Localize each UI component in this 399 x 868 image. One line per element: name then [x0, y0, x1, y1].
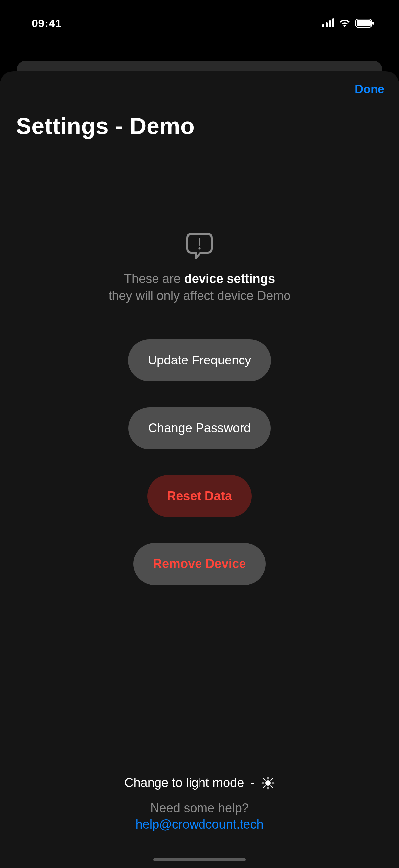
cellular-icon: [322, 19, 334, 28]
wifi-icon: [339, 19, 351, 28]
info-strong: device settings: [184, 272, 275, 286]
reset-data-button[interactable]: Reset Data: [147, 475, 252, 517]
info-prefix: These are: [124, 272, 184, 286]
theme-separator: -: [251, 776, 255, 790]
sheet-header: Done: [0, 71, 399, 96]
done-button[interactable]: Done: [355, 83, 385, 96]
sun-icon: [261, 776, 275, 789]
help-email-link[interactable]: help@crowdcount.tech: [135, 817, 263, 832]
theme-toggle-label: Change to light mode: [124, 776, 244, 790]
status-bar: 09:41: [0, 0, 399, 46]
svg-point-5: [265, 780, 271, 785]
settings-sheet: Done Settings - Demo These are device se…: [0, 71, 399, 868]
footer: Change to light mode -: [0, 776, 399, 832]
svg-line-13: [271, 779, 272, 780]
page-title: Settings - Demo: [0, 96, 399, 140]
info-line-2: they will only affect device Demo: [108, 289, 291, 303]
help-block: Need some help? help@crowdcount.tech: [135, 801, 263, 832]
status-icons: [322, 19, 374, 28]
svg-rect-2: [372, 22, 374, 25]
change-password-button[interactable]: Change Password: [128, 407, 271, 449]
help-prompt: Need some help?: [135, 801, 263, 815]
alert-speech-icon: [185, 232, 214, 260]
info-line-1: These are device settings: [124, 271, 275, 287]
svg-rect-1: [357, 20, 370, 27]
svg-point-4: [198, 247, 200, 249]
svg-line-11: [271, 785, 272, 787]
battery-icon: [355, 19, 374, 28]
update-frequency-button[interactable]: Update Frequency: [128, 339, 271, 381]
home-indicator[interactable]: [153, 858, 246, 861]
theme-toggle[interactable]: Change to light mode -: [124, 776, 275, 790]
status-time: 09:41: [32, 17, 62, 30]
remove-device-button[interactable]: Remove Device: [133, 543, 266, 585]
button-stack: Update Frequency Change Password Reset D…: [0, 339, 399, 585]
svg-line-10: [264, 779, 265, 780]
svg-line-12: [264, 785, 265, 787]
info-block: These are device settings they will only…: [0, 232, 399, 303]
